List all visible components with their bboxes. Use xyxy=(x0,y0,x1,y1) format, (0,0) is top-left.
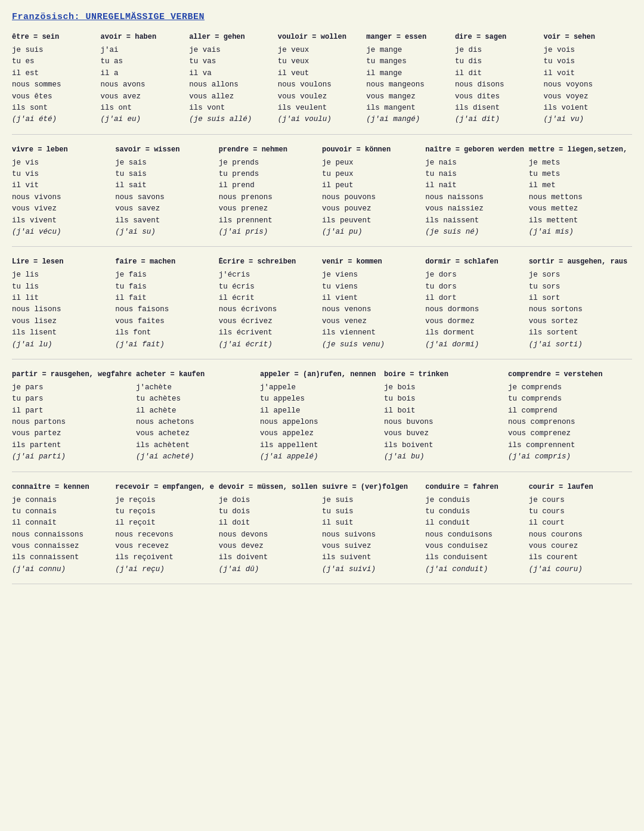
conjugation-item: (j'ai mangé) xyxy=(366,114,450,125)
conjugation-item: nous prenons xyxy=(219,192,317,203)
conjugation-item: (j'ai acheté) xyxy=(136,451,255,463)
verb-block-0-0: être = seinje suistu esil estnous sommes… xyxy=(12,33,101,126)
conjugation-item: je mange xyxy=(366,45,450,56)
conjugation-item: nous dormons xyxy=(425,304,524,315)
conjugation-item: je fais xyxy=(115,269,213,281)
conjugation-item: tu suis xyxy=(322,506,420,517)
conjugation-item: je vais xyxy=(189,45,273,56)
conjugation-item: (j'ai écrit) xyxy=(219,339,317,351)
conjugation-item: (j'ai mis) xyxy=(529,227,627,238)
conjugation-item: vous comprenez xyxy=(508,428,627,439)
verb-header-2-0: Lire = lesen xyxy=(12,258,110,266)
conjugation-item: il sait xyxy=(115,180,213,191)
conjugation-item: je mets xyxy=(529,157,627,169)
conjugation-item: nous mettons xyxy=(529,192,627,203)
conjugation-item: ils conduisent xyxy=(425,552,524,563)
conjugation-item: tu nais xyxy=(425,169,524,180)
conjugation-item: vous écrivez xyxy=(219,316,317,327)
conjugation-item: ils ont xyxy=(101,103,185,114)
conjugation-item: ils voient xyxy=(543,103,627,114)
conjugation-item: je lis xyxy=(12,269,110,281)
conjugation-item: (j'ai dû) xyxy=(219,564,317,575)
verb-header-4-1: recevoir = empfangen, erhalten xyxy=(115,483,213,491)
conjugation-item: nous achetons xyxy=(136,417,255,428)
conjugation-item: vous naissiez xyxy=(425,203,524,215)
conjugation-item: il lit xyxy=(12,293,110,304)
conjugation-item: (j'ai dit) xyxy=(455,114,539,125)
conjugation-item: (j'ai fait) xyxy=(115,339,213,351)
conjugation-item: ils suivent xyxy=(322,552,420,563)
conjugation-item: ils appellent xyxy=(260,440,379,451)
conjugation-item: ils disent xyxy=(455,103,539,114)
verb-header-1-0: vivre = leben xyxy=(12,145,110,154)
conjugation-item: il veut xyxy=(278,68,362,79)
verb-header-4-3: suivre = (ver)folgen xyxy=(322,483,420,491)
conjugation-item: nous voyons xyxy=(543,79,627,91)
conjugation-item: je veux xyxy=(278,45,362,56)
verb-header-2-2: Écrire = schreiben xyxy=(219,258,317,266)
conjugation-item: vous devez xyxy=(219,541,317,552)
verb-header-3-2: appeler = (an)rufen, nennen xyxy=(260,370,379,379)
conjugation-item: j'appele xyxy=(260,382,379,393)
conjugation-item: nous conduisons xyxy=(425,529,524,541)
conjugation-item: vous allez xyxy=(189,91,273,103)
conjugation-item: vous êtes xyxy=(12,91,96,103)
conjugation-item: ils écrivent xyxy=(219,327,317,339)
conjugation-item: vous mettez xyxy=(529,203,627,215)
conjugation-item: vous connaissez xyxy=(12,541,110,552)
conjugation-item: il naît xyxy=(425,180,524,191)
conjugation-item: nous avons xyxy=(101,79,185,91)
conjugation-item: vous partez xyxy=(12,428,131,439)
conjugation-item: nous venons xyxy=(322,304,420,315)
conjugation-item: il dit xyxy=(455,68,539,79)
conjugation-item: il part xyxy=(12,405,131,417)
conjugation-item: tu as xyxy=(101,56,185,67)
verb-block-0-2: aller = gehenje vaistu vasil vanous allo… xyxy=(189,33,278,126)
conjugation-item: vous prenez xyxy=(219,203,317,215)
conjugation-item: tu vois xyxy=(543,56,627,67)
conjugation-item: nous comprenons xyxy=(508,417,627,428)
conjugation-item: (je suis né) xyxy=(425,227,524,238)
conjugation-item: (j'ai pris) xyxy=(219,227,317,238)
conjugation-item: je dis xyxy=(455,45,539,56)
conjugation-item: je sors xyxy=(529,269,627,281)
conjugation-item: vous courez xyxy=(529,541,627,552)
conjugation-item: il fait xyxy=(115,293,213,304)
conjugation-item: ils connaissent xyxy=(12,552,110,563)
verb-block-1-2: prendre = nehmenje prendstu prendsil pre… xyxy=(219,145,322,238)
conjugation-item: (j'ai conduit) xyxy=(425,564,524,575)
conjugation-item: ils partent xyxy=(12,440,131,451)
verb-header-0-1: avoir = haben xyxy=(101,33,185,41)
verb-block-4-1: recevoir = empfangen, erhaltenje reçoist… xyxy=(115,483,218,576)
conjugation-item: vous recevez xyxy=(115,541,213,552)
verb-block-2-4: dormir = schlafenje dorstu dorsil dortno… xyxy=(425,258,528,351)
verb-header-1-1: savoir = wissen xyxy=(115,145,213,154)
conjugation-item: vous dormez xyxy=(425,316,524,327)
conjugation-item: je bois xyxy=(384,382,503,393)
verb-grid: être = seinje suistu esil estnous sommes… xyxy=(12,33,632,584)
conjugation-item: il suit xyxy=(322,517,420,529)
verb-row-3: partir = rausgehen, wegfahrenje parstu p… xyxy=(12,370,632,472)
conjugation-item: ils reçoivent xyxy=(115,552,213,563)
verb-header-2-1: faire = machen xyxy=(115,258,213,266)
conjugation-item: il va xyxy=(189,68,273,79)
conjugation-item: tu appeles xyxy=(260,393,379,405)
conjugation-item: (j'ai bu) xyxy=(384,451,503,463)
conjugation-item: nous écrivons xyxy=(219,304,317,315)
conjugation-item: tu achètes xyxy=(136,393,255,405)
conjugation-item: nous savons xyxy=(115,192,213,203)
conjugation-item: vous savez xyxy=(115,203,213,215)
conjugation-item: il sort xyxy=(529,293,627,304)
conjugation-item: vous suivez xyxy=(322,541,420,552)
conjugation-item: je vis xyxy=(12,157,110,169)
conjugation-item: ils courent xyxy=(529,552,627,563)
conjugation-item: tu es xyxy=(12,56,96,67)
verb-header-1-5: mettre = liegen,setzen,stellen xyxy=(529,145,627,154)
conjugation-item: vous vivez xyxy=(12,203,110,215)
conjugation-item: ils dorment xyxy=(425,327,524,339)
verb-block-1-4: naître = geboren werdenje naistu naisil … xyxy=(425,145,528,238)
conjugation-item: je suis xyxy=(322,495,420,506)
conjugation-item: ils sont xyxy=(12,103,96,114)
conjugation-item: ils doivent xyxy=(219,552,317,563)
conjugation-item: je dors xyxy=(425,269,524,281)
